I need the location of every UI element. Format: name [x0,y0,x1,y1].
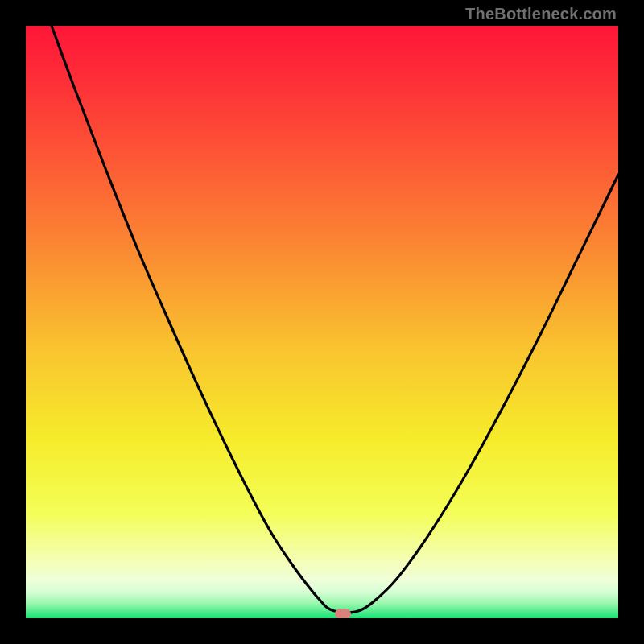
plot-area [26,26,618,618]
bottleneck-curve [26,26,618,618]
watermark-text: TheBottleneck.com [465,5,617,23]
optimal-point-marker [335,609,351,618]
chart-frame: TheBottleneck.com [0,0,644,644]
